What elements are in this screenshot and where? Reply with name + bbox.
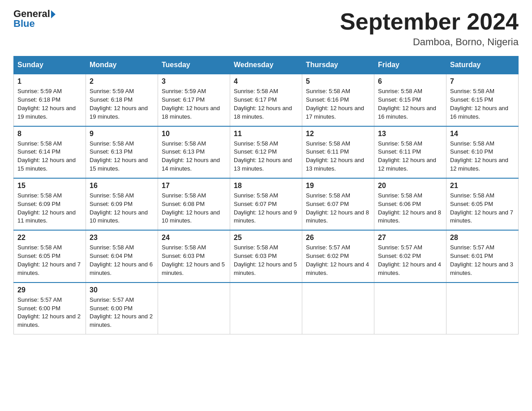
daylight-label: Daylight: 12 hours and 7 minutes. <box>450 209 513 224</box>
calendar-cell: 19 Sunrise: 5:58 AM Sunset: 6:07 PM Dayl… <box>302 178 374 230</box>
sunset-label: Sunset: 6:13 PM <box>90 148 133 155</box>
calendar-cell: 9 Sunrise: 5:58 AM Sunset: 6:13 PM Dayli… <box>86 126 158 178</box>
sunrise-label: Sunrise: 5:58 AM <box>378 140 422 147</box>
sunrise-label: Sunrise: 5:58 AM <box>378 192 422 199</box>
sunrise-label: Sunrise: 5:58 AM <box>450 192 494 199</box>
sunset-label: Sunset: 6:13 PM <box>162 148 205 155</box>
sunrise-label: Sunrise: 5:58 AM <box>234 244 278 251</box>
calendar-cell: 17 Sunrise: 5:58 AM Sunset: 6:08 PM Dayl… <box>158 178 230 230</box>
daylight-label: Daylight: 12 hours and 2 minutes. <box>90 313 153 328</box>
sunset-label: Sunset: 6:18 PM <box>17 96 60 103</box>
sunrise-label: Sunrise: 5:58 AM <box>162 140 206 147</box>
daylight-label: Daylight: 12 hours and 11 minutes. <box>17 209 76 224</box>
day-number: 13 <box>378 130 442 138</box>
sunrise-label: Sunrise: 5:58 AM <box>17 192 62 199</box>
calendar-cell <box>302 283 374 334</box>
daylight-label: Daylight: 12 hours and 10 minutes. <box>90 209 148 224</box>
day-number: 17 <box>162 182 226 190</box>
sunrise-label: Sunrise: 5:59 AM <box>90 88 134 94</box>
sunrise-label: Sunrise: 5:58 AM <box>378 88 422 94</box>
logo: General Blue <box>13 9 56 30</box>
calendar-cell: 27 Sunrise: 5:57 AM Sunset: 6:02 PM Dayl… <box>374 230 446 282</box>
weekday-header-tuesday: Tuesday <box>158 56 230 74</box>
day-number: 14 <box>450 130 515 138</box>
sunrise-label: Sunrise: 5:58 AM <box>450 88 494 94</box>
calendar-week-row: 22 Sunrise: 5:58 AM Sunset: 6:05 PM Dayl… <box>14 230 519 282</box>
daylight-label: Daylight: 12 hours and 13 minutes. <box>306 157 364 172</box>
daylight-label: Daylight: 12 hours and 5 minutes. <box>234 261 297 276</box>
calendar-cell: 22 Sunrise: 5:58 AM Sunset: 6:05 PM Dayl… <box>14 230 86 282</box>
sunrise-label: Sunrise: 5:59 AM <box>162 88 206 94</box>
sunset-label: Sunset: 6:03 PM <box>162 253 205 259</box>
day-info: Sunrise: 5:57 AM Sunset: 6:02 PM Dayligh… <box>306 244 370 277</box>
sunrise-label: Sunrise: 5:58 AM <box>234 140 278 147</box>
sunrise-label: Sunrise: 5:57 AM <box>450 244 494 251</box>
sunset-label: Sunset: 6:04 PM <box>90 253 133 259</box>
sunset-label: Sunset: 6:02 PM <box>306 253 349 259</box>
day-info: Sunrise: 5:58 AM Sunset: 6:10 PM Dayligh… <box>450 140 515 173</box>
day-info: Sunrise: 5:58 AM Sunset: 6:09 PM Dayligh… <box>90 192 154 225</box>
calendar-cell: 21 Sunrise: 5:58 AM Sunset: 6:05 PM Dayl… <box>446 178 519 230</box>
day-number: 11 <box>234 130 298 138</box>
daylight-label: Daylight: 12 hours and 15 minutes. <box>17 157 76 172</box>
daylight-label: Daylight: 12 hours and 12 minutes. <box>378 157 436 172</box>
weekday-header-friday: Friday <box>374 56 446 74</box>
calendar-cell: 5 Sunrise: 5:58 AM Sunset: 6:16 PM Dayli… <box>302 74 374 126</box>
day-number: 29 <box>17 286 82 294</box>
day-number: 20 <box>378 182 442 190</box>
calendar-cell: 8 Sunrise: 5:58 AM Sunset: 6:14 PM Dayli… <box>14 126 86 178</box>
sunset-label: Sunset: 6:12 PM <box>234 148 277 155</box>
calendar-cell: 7 Sunrise: 5:58 AM Sunset: 6:15 PM Dayli… <box>446 74 519 126</box>
day-info: Sunrise: 5:58 AM Sunset: 6:09 PM Dayligh… <box>17 192 82 225</box>
calendar-cell: 16 Sunrise: 5:58 AM Sunset: 6:09 PM Dayl… <box>86 178 158 230</box>
logo-line2: Blue <box>13 18 35 30</box>
day-info: Sunrise: 5:58 AM Sunset: 6:05 PM Dayligh… <box>450 192 515 225</box>
calendar-cell <box>158 283 230 334</box>
day-number: 16 <box>90 182 154 190</box>
calendar-cell: 20 Sunrise: 5:58 AM Sunset: 6:06 PM Dayl… <box>374 178 446 230</box>
day-number: 7 <box>450 77 515 86</box>
day-info: Sunrise: 5:58 AM Sunset: 6:17 PM Dayligh… <box>234 87 298 121</box>
sunrise-label: Sunrise: 5:58 AM <box>17 244 62 251</box>
logo-line1: General <box>13 9 56 19</box>
calendar-cell: 1 Sunrise: 5:59 AM Sunset: 6:18 PM Dayli… <box>14 74 86 126</box>
day-info: Sunrise: 5:58 AM Sunset: 6:06 PM Dayligh… <box>378 192 442 225</box>
day-info: Sunrise: 5:58 AM Sunset: 6:16 PM Dayligh… <box>306 87 370 121</box>
day-number: 6 <box>378 77 442 86</box>
day-info: Sunrise: 5:59 AM Sunset: 6:18 PM Dayligh… <box>90 87 154 121</box>
daylight-label: Daylight: 12 hours and 9 minutes. <box>234 209 297 224</box>
weekday-header-saturday: Saturday <box>446 56 519 74</box>
calendar-cell: 11 Sunrise: 5:58 AM Sunset: 6:12 PM Dayl… <box>230 126 302 178</box>
calendar-cell: 12 Sunrise: 5:58 AM Sunset: 6:11 PM Dayl… <box>302 126 374 178</box>
day-info: Sunrise: 5:58 AM Sunset: 6:03 PM Dayligh… <box>162 244 226 277</box>
day-number: 27 <box>378 234 442 242</box>
day-number: 8 <box>17 130 82 138</box>
day-info: Sunrise: 5:57 AM Sunset: 6:01 PM Dayligh… <box>450 244 515 277</box>
sunset-label: Sunset: 6:02 PM <box>378 253 421 259</box>
weekday-header-wednesday: Wednesday <box>230 56 302 74</box>
calendar-cell: 30 Sunrise: 5:57 AM Sunset: 6:00 PM Dayl… <box>86 283 158 334</box>
sunset-label: Sunset: 6:10 PM <box>450 148 493 155</box>
sunrise-label: Sunrise: 5:58 AM <box>90 192 134 199</box>
daylight-label: Daylight: 12 hours and 8 minutes. <box>306 209 369 224</box>
sunset-label: Sunset: 6:08 PM <box>162 201 205 207</box>
calendar-cell: 14 Sunrise: 5:58 AM Sunset: 6:10 PM Dayl… <box>446 126 519 178</box>
day-number: 2 <box>90 77 154 86</box>
sunrise-label: Sunrise: 5:58 AM <box>17 140 62 147</box>
calendar-cell: 18 Sunrise: 5:58 AM Sunset: 6:07 PM Dayl… <box>230 178 302 230</box>
sunrise-label: Sunrise: 5:57 AM <box>378 244 422 251</box>
daylight-label: Daylight: 12 hours and 19 minutes. <box>90 105 148 120</box>
weekday-header-row: SundayMondayTuesdayWednesdayThursdayFrid… <box>14 56 519 74</box>
day-number: 23 <box>90 234 154 242</box>
day-number: 28 <box>450 234 515 242</box>
page-header: General Blue September 2024 Damboa, Born… <box>13 9 519 48</box>
day-number: 19 <box>306 182 370 190</box>
daylight-label: Daylight: 12 hours and 8 minutes. <box>378 209 441 224</box>
daylight-label: Daylight: 12 hours and 10 minutes. <box>162 209 220 224</box>
sunrise-label: Sunrise: 5:58 AM <box>162 244 206 251</box>
calendar-cell: 15 Sunrise: 5:58 AM Sunset: 6:09 PM Dayl… <box>14 178 86 230</box>
day-number: 30 <box>90 286 154 294</box>
sunset-label: Sunset: 6:07 PM <box>306 201 349 207</box>
day-number: 1 <box>17 77 82 86</box>
sunrise-label: Sunrise: 5:58 AM <box>450 140 494 147</box>
